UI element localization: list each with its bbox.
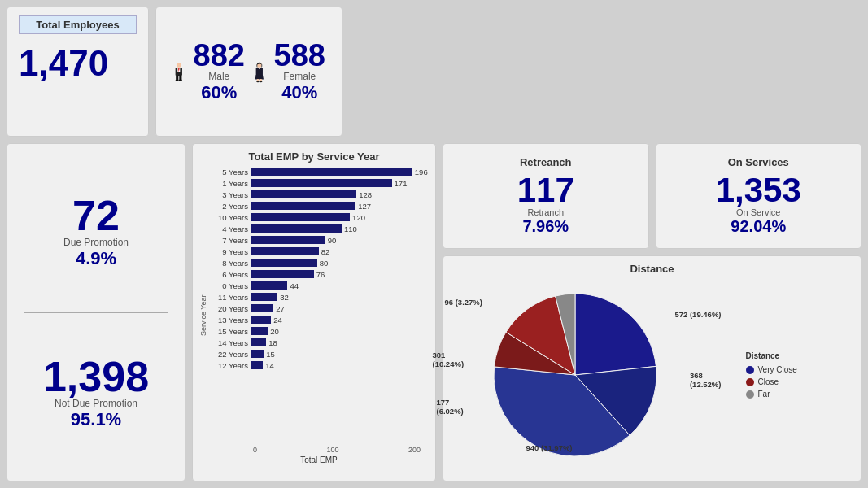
bar-label: 13 Years (209, 316, 251, 325)
svg-rect-4 (176, 75, 178, 80)
bar-label: 14 Years (209, 338, 251, 347)
bar-label: 15 Years (209, 327, 251, 336)
bar-row: 22 Years 15 (209, 349, 429, 359)
bar-value: 80 (320, 259, 329, 268)
bar-fill (251, 338, 266, 346)
bar-label: 6 Years (209, 270, 251, 279)
bar-fill (251, 168, 412, 176)
bar-value: 24 (273, 316, 282, 325)
bar-label: 4 Years (209, 224, 251, 233)
dashboard: Total Employees 1,470 882 (0, 0, 868, 488)
x-axis-ticks: 0 100 200 (253, 446, 429, 454)
bar-row: 20 Years 27 (209, 303, 429, 313)
bar-value: 44 (290, 281, 299, 290)
svg-point-6 (176, 79, 179, 81)
top-stats-row: Total Employees 1,470 882 (7, 7, 861, 137)
total-emp-title: Total Employees (19, 15, 137, 34)
bar-label: 3 Years (209, 190, 251, 199)
bar-fill (251, 270, 314, 278)
bar-value: 76 (316, 270, 325, 279)
bar-fill (251, 259, 317, 267)
bar-track: 24 (251, 315, 429, 325)
bar-track: 14 (251, 360, 429, 370)
label-177: 177(6.02%) (437, 398, 464, 416)
bar-row: 7 Years 90 (209, 235, 429, 245)
bar-fill (251, 327, 268, 335)
bar-fill (251, 293, 277, 301)
bar-label: 5 Years (209, 168, 251, 176)
bar-track: 80 (251, 258, 429, 268)
svg-point-0 (177, 63, 181, 68)
bar-row: 11 Years 32 (209, 292, 429, 302)
retranch-card: Retreanch 117 Retranch 7.96% (443, 143, 649, 249)
bar-fill (251, 213, 350, 221)
retranch-onservice-row: Retreanch 117 Retranch 7.96% On Services… (443, 143, 861, 249)
bar-track: 110 (251, 224, 429, 233)
bar-track: 18 (251, 338, 429, 347)
retranch-pct: 7.96% (522, 217, 569, 236)
legend-far: Far (746, 390, 811, 399)
bar-value: 18 (268, 338, 277, 347)
bar-track: 90 (251, 235, 429, 245)
bar-label: 1 Years (209, 179, 251, 188)
bar-track: 20 (251, 326, 429, 336)
onservice-label: On Service (736, 207, 780, 217)
bar-row: 6 Years 76 (209, 269, 429, 279)
not-due-promo-num: 1,398 (43, 355, 149, 398)
male-label: Male (208, 71, 229, 82)
retranch-label: Retranch (527, 207, 564, 217)
bar-value: 127 (358, 202, 371, 211)
distance-content: 572 (19.46%) 368(12.52%) 940 (31.97%) 17… (450, 278, 854, 472)
promo-divider (24, 312, 168, 313)
bar-row: 4 Years 110 (209, 224, 429, 233)
due-promo-label: Due Promotion (63, 237, 129, 248)
svg-rect-5 (179, 75, 181, 80)
onservice-card: On Services 1,353 On Service 92.04% (656, 143, 862, 249)
very-close-dot (746, 366, 754, 374)
bar-track: 27 (251, 303, 429, 313)
bar-row: 10 Years 120 (209, 212, 429, 222)
not-due-promo-label: Not Due Promotion (55, 398, 137, 409)
bar-track: 171 (251, 178, 429, 188)
bar-value: 20 (270, 327, 279, 336)
bar-track: 44 (251, 281, 429, 290)
bar-row: 8 Years 80 (209, 258, 429, 268)
bar-row: 12 Years 14 (209, 360, 429, 370)
legend-close: Close (746, 377, 811, 386)
bar-track: 196 (251, 167, 429, 176)
onservice-title: On Services (728, 156, 789, 168)
bar-label: 8 Years (209, 259, 251, 268)
bar-value: 14 (265, 361, 274, 370)
male-count: 882 (194, 40, 245, 71)
bar-label: 2 Years (209, 202, 251, 211)
bar-chart-card: Total EMP by Service Year Service Year 5… (192, 143, 436, 481)
label-301: 301(10.24%) (433, 351, 465, 368)
retranch-title: Retreanch (520, 156, 572, 168)
not-due-promo-section: 1,398 Not Due Promotion 95.1% (43, 316, 149, 470)
legend-title: Distance (746, 351, 811, 360)
legend-very-close: Very Close (746, 365, 811, 374)
distance-pie (494, 294, 656, 456)
total-employees-card: Total Employees 1,470 (7, 7, 149, 137)
bar-value: 27 (276, 304, 285, 313)
bar-value: 15 (266, 350, 275, 359)
y-axis-label: Service Year (199, 166, 207, 465)
bar-row: 5 Years 196 (209, 167, 429, 176)
label-572: 572 (19.46%) (674, 310, 721, 319)
bar-label: 7 Years (209, 236, 251, 245)
label-96: 96 (3.27%) (445, 298, 482, 307)
bar-row: 15 Years 20 (209, 326, 429, 336)
close-dot (746, 378, 754, 386)
gender-card: 882 Male 60% (155, 7, 342, 137)
male-pct: 60% (201, 82, 237, 103)
distance-legend: Distance Very Close Close Far (746, 351, 811, 399)
very-close-label: Very Close (758, 365, 797, 374)
male-icon (172, 37, 185, 107)
due-promo-section: 72 Due Promotion 4.9% (63, 155, 129, 309)
bar-row: 0 Years 44 (209, 281, 429, 290)
bar-value: 90 (328, 236, 337, 245)
close-label: Close (758, 377, 779, 386)
bar-fill (251, 350, 264, 358)
far-dot (746, 390, 754, 399)
bar-track: 127 (251, 201, 429, 211)
